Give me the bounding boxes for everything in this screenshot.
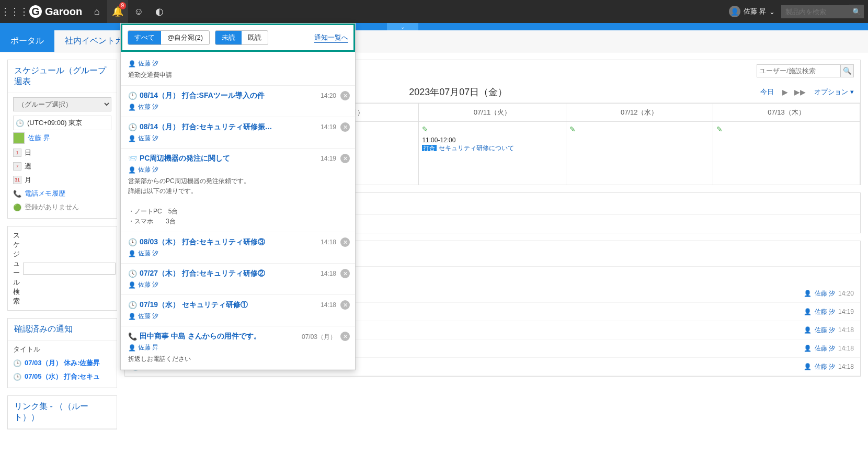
schedule-event[interactable]: 11:00-12:00 打合 セキュリティ研修について	[422, 137, 562, 153]
notification-dropdown: すべて @自分宛(2) 未読 既読 通知一覧へ 👤佐藤 汐通勤交通費申請🕒08/…	[120, 23, 356, 370]
user-icon: 👤	[804, 308, 812, 315]
brand-logo[interactable]: GGaroon	[29, 5, 82, 18]
bn-row-user[interactable]: 佐藤 汐	[815, 362, 835, 371]
bn-row-time: 14:18	[838, 363, 854, 370]
view-month[interactable]: 31月	[13, 173, 111, 187]
notification-user[interactable]: 👤佐藤 汐	[128, 103, 348, 111]
close-icon[interactable]: ✕	[340, 91, 350, 100]
schedule-search-input[interactable]	[23, 263, 116, 275]
filter-me[interactable]: @自分宛(2)	[161, 31, 209, 44]
avatar-icon: 👤	[729, 6, 740, 17]
notification-list-link[interactable]: 通知一覧へ	[314, 33, 348, 43]
presence-icon: 🟢	[13, 203, 21, 211]
close-icon[interactable]: ✕	[340, 300, 350, 310]
notification-item[interactable]: 📞田中商事 中島 さんからの用件です。👤佐藤 昇折返しお電話ください07/03（…	[121, 326, 355, 370]
close-icon[interactable]: ✕	[340, 237, 350, 247]
schedule-sidebar: スケジュール（グループ週表 （グループ選択） 🕒(UTC+09:00) 東京 佐…	[7, 60, 117, 219]
schedule-search-label: スケジュール検索	[13, 231, 20, 306]
notification-list[interactable]: 👤佐藤 汐通勤交通費申請🕒08/14（月） 打合:SFAツール導入の件👤佐藤 汐…	[121, 52, 355, 370]
edit-icon[interactable]: ✎	[422, 125, 428, 133]
confirmed-item[interactable]: 🕒07/05（水） 打合:セキュ	[13, 370, 111, 383]
calendar-month-icon: 31	[13, 176, 21, 184]
day-cell[interactable]: ✎	[566, 122, 713, 185]
notification-header: すべて @自分宛(2) 未読 既読 通知一覧へ	[121, 24, 355, 52]
timezone-row: 🕒(UTC+09:00) 東京	[13, 116, 111, 130]
bn-row-user[interactable]: 佐藤 汐	[815, 344, 835, 353]
notification-body: 通勤交通費申請	[128, 70, 348, 80]
notification-time: 14:19	[321, 155, 336, 162]
notification-time: 07/03（月）	[302, 333, 336, 342]
title-label: タイトル	[13, 345, 111, 354]
day-cell[interactable]: ✎	[713, 122, 860, 185]
bell-icon[interactable]: 🔔9	[107, 0, 128, 23]
view-week[interactable]: 7週	[13, 160, 111, 173]
schedule-search-panel: スケジュール検索	[7, 226, 117, 311]
filter-unread[interactable]: 未読	[215, 31, 242, 44]
bn-row-time: 14:20	[838, 290, 854, 297]
sidebar-user[interactable]: 佐藤 昇	[13, 130, 111, 146]
notification-item[interactable]: 🕓07/27（木） 打合:セキュリティ研修②👤佐藤 汐14:18✕	[121, 264, 355, 295]
notification-title[interactable]: 🕓08/03（木） 打合:セキュリティ研修③	[128, 237, 348, 247]
tab-portal[interactable]: ポータル	[0, 30, 54, 52]
group-select[interactable]: （グループ選択）	[13, 97, 111, 111]
chevron-down-icon: ⌄	[769, 8, 775, 16]
user-icon: 👤	[128, 313, 136, 320]
edit-icon[interactable]: ✎	[716, 125, 723, 133]
options-link[interactable]: オプション ▾	[814, 87, 854, 97]
notification-title[interactable]: 📨PC周辺機器の発注に関して	[128, 154, 348, 163]
close-icon[interactable]: ✕	[340, 122, 350, 132]
notification-user[interactable]: 👤佐藤 汐	[128, 165, 348, 174]
notification-item[interactable]: 👤佐藤 汐通勤交通費申請	[121, 52, 355, 86]
notification-title[interactable]: 🕒08/14（月） 打合:SFAツール導入の件	[128, 91, 348, 100]
notification-item[interactable]: 📨PC周辺機器の発注に関して👤佐藤 汐営業部からのPC周辺機器の発注依頼です。詳…	[121, 149, 355, 232]
help-icon[interactable]: ◐	[149, 0, 170, 23]
product-search-input[interactable]	[781, 5, 849, 18]
notification-user[interactable]: 👤佐藤 昇	[128, 343, 348, 352]
calendar-day-icon: 1	[13, 149, 21, 157]
notification-item[interactable]: 🕒08/14（月） 打合:セキュリティ研修振…👤佐藤 汐14:19✕	[121, 117, 355, 149]
day-header: 07/12（水）	[566, 104, 713, 121]
notification-item[interactable]: 🕒08/14（月） 打合:SFAツール導入の件👤佐藤 汐14:20✕	[121, 86, 355, 117]
notification-title[interactable]: 🕒08/14（月） 打合:セキュリティ研修振…	[128, 122, 348, 132]
filter-already-read[interactable]: 既読	[242, 31, 268, 44]
edit-icon[interactable]: ✎	[569, 125, 576, 133]
notification-user[interactable]: 👤佐藤 汐	[128, 59, 348, 68]
phone-memo-link[interactable]: 📞電話メモ履歴	[13, 187, 111, 200]
event-title[interactable]: セキュリティ研修について	[439, 144, 514, 152]
apps-icon[interactable]: ⋮⋮⋮	[4, 0, 25, 23]
notification-user[interactable]: 👤佐藤 汐	[128, 249, 348, 258]
notification-title[interactable]: 🕓07/27（木） 打合:セキュリティ研修②	[128, 269, 348, 278]
user-icon: 👤	[128, 135, 136, 142]
nav-next[interactable]: ▶	[779, 88, 791, 96]
notification-title[interactable]: 🕓07/19（水） セキュリティ研修①	[128, 300, 348, 310]
smile-icon[interactable]: ☺	[128, 0, 149, 23]
notification-user[interactable]: 👤佐藤 汐	[128, 312, 348, 321]
search-button[interactable]: 🔍	[849, 5, 864, 18]
notification-item[interactable]: 🕓07/19（水） セキュリティ研修①👤佐藤 汐14:18✕	[121, 295, 355, 326]
expand-icon[interactable]: ⌄	[387, 23, 418, 30]
links-title[interactable]: リンク集 - （（ルート））	[8, 396, 117, 429]
close-icon[interactable]: ✕	[340, 154, 350, 163]
bn-row-user[interactable]: 佐藤 汐	[815, 308, 835, 316]
filter-all[interactable]: すべて	[128, 31, 161, 44]
home-icon[interactable]: ⌂	[86, 0, 107, 23]
notification-user[interactable]: 👤佐藤 汐	[128, 134, 348, 143]
user-icon: 👤	[128, 344, 136, 351]
user-icon: 👤	[128, 166, 136, 174]
confirmed-item[interactable]: 🕒07/03（月） 休み:佐藤昇	[13, 356, 111, 370]
bn-row-user[interactable]: 佐藤 汐	[815, 326, 835, 335]
notification-body: 営業部からのPC周辺機器の発注依頼です。詳細は以下の通りです。・ノートPC 5台…	[128, 176, 348, 226]
user-menu[interactable]: 👤 佐藤 昇 ⌄	[729, 6, 775, 17]
nav-last[interactable]: ▶▶	[791, 88, 809, 96]
notification-item[interactable]: 🕓08/03（木） 打合:セキュリティ研修③👤佐藤 汐14:18✕	[121, 232, 355, 264]
confirmed-notifications: 確認済みの通知 タイトル 🕒07/03（月） 休み:佐藤昇 🕒07/05（水） …	[7, 318, 117, 388]
user-search-button[interactable]: 🔍	[840, 64, 854, 77]
day-cell[interactable]: ✎ 11:00-12:00 打合 セキュリティ研修について	[419, 122, 566, 185]
notification-user[interactable]: 👤佐藤 汐	[128, 280, 348, 289]
user-facility-search[interactable]	[757, 64, 840, 77]
close-icon[interactable]: ✕	[340, 332, 350, 341]
bn-row-user[interactable]: 佐藤 汐	[815, 289, 835, 298]
today-link[interactable]: 今日	[760, 87, 774, 97]
view-day[interactable]: 1日	[13, 146, 111, 160]
close-icon[interactable]: ✕	[340, 269, 350, 278]
